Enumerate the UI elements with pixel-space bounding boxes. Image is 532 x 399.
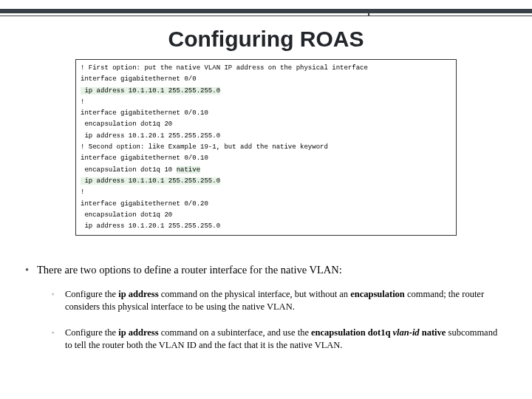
bullet-main: • There are two options to define a rout… xyxy=(25,264,507,276)
code-line: encapsulation dot1q 20 xyxy=(81,210,451,221)
code-line: ! xyxy=(81,187,451,198)
code-line: encapsulation dot1q 20 xyxy=(81,119,451,130)
bullet-main-text: There are two options to define a router… xyxy=(37,264,342,276)
bullet-sub-text: Configure the ip address command on a su… xyxy=(65,327,507,352)
code-line: ip address 10.1.10.1 255.255.255.0 xyxy=(81,86,451,97)
code-line: ! First option: put the native VLAN IP a… xyxy=(81,63,451,74)
code-line: interface gigabitethernet 0/0.20 xyxy=(81,199,451,210)
bullet-sub-text: Configure the ip address command on the … xyxy=(65,288,507,313)
code-line: encapsulation dot1q 10 native xyxy=(81,165,451,176)
bullet-dot-icon: • xyxy=(25,264,37,276)
code-line: ! Second option: like Example 19-1, but … xyxy=(81,142,451,153)
code-line: ip address 10.1.10.1 255.255.255.0 xyxy=(81,176,451,187)
bullet-sub: ▫ Configure the ip address command on th… xyxy=(52,288,507,313)
code-line: ip address 10.1.20.1 255.255.255.0 xyxy=(81,131,451,142)
bullet-list: • There are two options to define a rout… xyxy=(0,264,532,352)
bullet-sub: ▫ Configure the ip address command on a … xyxy=(52,327,507,352)
code-line: ! xyxy=(81,97,451,108)
code-line: interface gigabitethernet 0/0 xyxy=(81,74,451,85)
bullet-ring-icon: ▫ xyxy=(52,327,65,352)
slide-top-border xyxy=(0,0,532,19)
code-line: interface gigabitethernet 0/0.10 xyxy=(81,108,451,119)
code-example-box: ! First option: put the native VLAN IP a… xyxy=(75,59,457,236)
code-line: ip address 10.1.20.1 255.255.255.0 xyxy=(81,221,451,232)
bullet-ring-icon: ▫ xyxy=(52,288,65,313)
slide-title: Configuring ROAS xyxy=(0,27,532,52)
code-line: interface gigabitethernet 0/0.10 xyxy=(81,153,451,164)
